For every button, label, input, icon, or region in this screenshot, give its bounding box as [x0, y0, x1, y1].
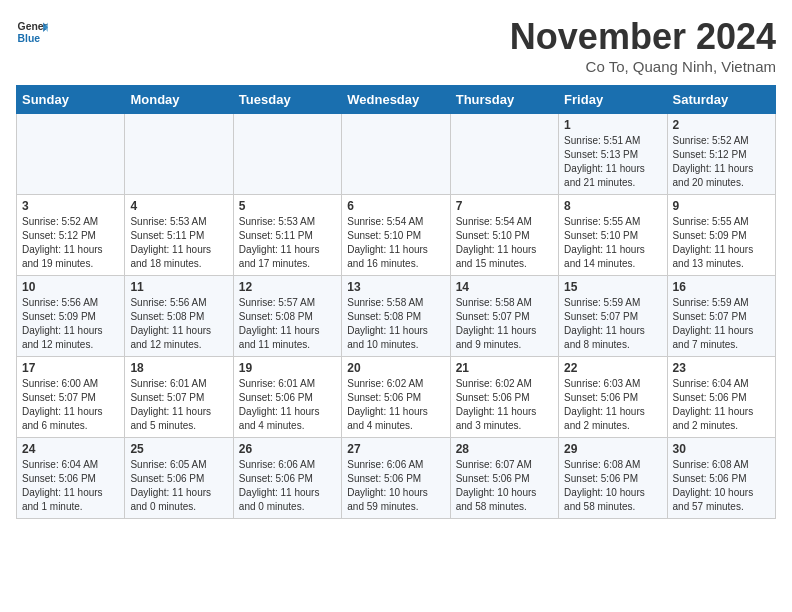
day-info: Sunrise: 5:51 AMSunset: 5:13 PMDaylight:… [564, 134, 661, 190]
calendar-week-row: 3Sunrise: 5:52 AMSunset: 5:12 PMDaylight… [17, 195, 776, 276]
calendar-day-cell: 8Sunrise: 5:55 AMSunset: 5:10 PMDaylight… [559, 195, 667, 276]
day-number: 28 [456, 442, 553, 456]
calendar-week-row: 17Sunrise: 6:00 AMSunset: 5:07 PMDayligh… [17, 357, 776, 438]
day-info: Sunrise: 6:06 AMSunset: 5:06 PMDaylight:… [239, 458, 336, 514]
day-info: Sunrise: 6:02 AMSunset: 5:06 PMDaylight:… [347, 377, 444, 433]
calendar-day-cell: 26Sunrise: 6:06 AMSunset: 5:06 PMDayligh… [233, 438, 341, 519]
title-block: November 2024 Co To, Quang Ninh, Vietnam [510, 16, 776, 75]
calendar-day-cell: 13Sunrise: 5:58 AMSunset: 5:08 PMDayligh… [342, 276, 450, 357]
day-info: Sunrise: 5:55 AMSunset: 5:09 PMDaylight:… [673, 215, 770, 271]
header-day-monday: Monday [125, 86, 233, 114]
calendar-day-cell: 4Sunrise: 5:53 AMSunset: 5:11 PMDaylight… [125, 195, 233, 276]
calendar-day-cell: 23Sunrise: 6:04 AMSunset: 5:06 PMDayligh… [667, 357, 775, 438]
calendar-day-cell: 14Sunrise: 5:58 AMSunset: 5:07 PMDayligh… [450, 276, 558, 357]
calendar-table: SundayMondayTuesdayWednesdayThursdayFrid… [16, 85, 776, 519]
day-info: Sunrise: 5:58 AMSunset: 5:07 PMDaylight:… [456, 296, 553, 352]
day-number: 8 [564, 199, 661, 213]
empty-cell [125, 114, 233, 195]
day-info: Sunrise: 6:04 AMSunset: 5:06 PMDaylight:… [673, 377, 770, 433]
day-number: 2 [673, 118, 770, 132]
day-info: Sunrise: 6:03 AMSunset: 5:06 PMDaylight:… [564, 377, 661, 433]
calendar-day-cell: 17Sunrise: 6:00 AMSunset: 5:07 PMDayligh… [17, 357, 125, 438]
header-day-thursday: Thursday [450, 86, 558, 114]
day-number: 11 [130, 280, 227, 294]
calendar-day-cell: 10Sunrise: 5:56 AMSunset: 5:09 PMDayligh… [17, 276, 125, 357]
day-number: 30 [673, 442, 770, 456]
day-number: 23 [673, 361, 770, 375]
calendar-day-cell: 28Sunrise: 6:07 AMSunset: 5:06 PMDayligh… [450, 438, 558, 519]
day-info: Sunrise: 5:52 AMSunset: 5:12 PMDaylight:… [673, 134, 770, 190]
calendar-week-row: 1Sunrise: 5:51 AMSunset: 5:13 PMDaylight… [17, 114, 776, 195]
calendar-week-row: 24Sunrise: 6:04 AMSunset: 5:06 PMDayligh… [17, 438, 776, 519]
calendar-day-cell: 1Sunrise: 5:51 AMSunset: 5:13 PMDaylight… [559, 114, 667, 195]
calendar-day-cell: 9Sunrise: 5:55 AMSunset: 5:09 PMDaylight… [667, 195, 775, 276]
day-number: 25 [130, 442, 227, 456]
day-number: 21 [456, 361, 553, 375]
day-number: 14 [456, 280, 553, 294]
header-day-sunday: Sunday [17, 86, 125, 114]
header-day-saturday: Saturday [667, 86, 775, 114]
calendar-day-cell: 15Sunrise: 5:59 AMSunset: 5:07 PMDayligh… [559, 276, 667, 357]
day-info: Sunrise: 5:54 AMSunset: 5:10 PMDaylight:… [456, 215, 553, 271]
header-day-wednesday: Wednesday [342, 86, 450, 114]
header-day-friday: Friday [559, 86, 667, 114]
day-info: Sunrise: 6:02 AMSunset: 5:06 PMDaylight:… [456, 377, 553, 433]
calendar-day-cell: 27Sunrise: 6:06 AMSunset: 5:06 PMDayligh… [342, 438, 450, 519]
day-info: Sunrise: 6:05 AMSunset: 5:06 PMDaylight:… [130, 458, 227, 514]
day-number: 24 [22, 442, 119, 456]
day-number: 18 [130, 361, 227, 375]
day-number: 15 [564, 280, 661, 294]
calendar-day-cell: 20Sunrise: 6:02 AMSunset: 5:06 PMDayligh… [342, 357, 450, 438]
day-info: Sunrise: 5:53 AMSunset: 5:11 PMDaylight:… [239, 215, 336, 271]
day-info: Sunrise: 5:52 AMSunset: 5:12 PMDaylight:… [22, 215, 119, 271]
calendar-day-cell: 7Sunrise: 5:54 AMSunset: 5:10 PMDaylight… [450, 195, 558, 276]
day-number: 26 [239, 442, 336, 456]
day-info: Sunrise: 5:57 AMSunset: 5:08 PMDaylight:… [239, 296, 336, 352]
logo: General Blue [16, 16, 48, 48]
day-info: Sunrise: 5:56 AMSunset: 5:09 PMDaylight:… [22, 296, 119, 352]
logo-icon: General Blue [16, 16, 48, 48]
day-number: 9 [673, 199, 770, 213]
calendar-day-cell: 5Sunrise: 5:53 AMSunset: 5:11 PMDaylight… [233, 195, 341, 276]
day-info: Sunrise: 6:01 AMSunset: 5:07 PMDaylight:… [130, 377, 227, 433]
day-number: 12 [239, 280, 336, 294]
day-number: 20 [347, 361, 444, 375]
calendar-day-cell: 25Sunrise: 6:05 AMSunset: 5:06 PMDayligh… [125, 438, 233, 519]
day-number: 3 [22, 199, 119, 213]
empty-cell [450, 114, 558, 195]
day-number: 13 [347, 280, 444, 294]
day-info: Sunrise: 5:58 AMSunset: 5:08 PMDaylight:… [347, 296, 444, 352]
day-number: 7 [456, 199, 553, 213]
day-info: Sunrise: 5:59 AMSunset: 5:07 PMDaylight:… [564, 296, 661, 352]
calendar-day-cell: 30Sunrise: 6:08 AMSunset: 5:06 PMDayligh… [667, 438, 775, 519]
calendar-day-cell: 21Sunrise: 6:02 AMSunset: 5:06 PMDayligh… [450, 357, 558, 438]
calendar-header-row: SundayMondayTuesdayWednesdayThursdayFrid… [17, 86, 776, 114]
empty-cell [342, 114, 450, 195]
calendar-day-cell: 12Sunrise: 5:57 AMSunset: 5:08 PMDayligh… [233, 276, 341, 357]
day-info: Sunrise: 6:07 AMSunset: 5:06 PMDaylight:… [456, 458, 553, 514]
calendar-day-cell: 22Sunrise: 6:03 AMSunset: 5:06 PMDayligh… [559, 357, 667, 438]
calendar-day-cell: 3Sunrise: 5:52 AMSunset: 5:12 PMDaylight… [17, 195, 125, 276]
header-day-tuesday: Tuesday [233, 86, 341, 114]
calendar-day-cell: 11Sunrise: 5:56 AMSunset: 5:08 PMDayligh… [125, 276, 233, 357]
calendar-day-cell: 18Sunrise: 6:01 AMSunset: 5:07 PMDayligh… [125, 357, 233, 438]
calendar-day-cell: 24Sunrise: 6:04 AMSunset: 5:06 PMDayligh… [17, 438, 125, 519]
day-info: Sunrise: 6:06 AMSunset: 5:06 PMDaylight:… [347, 458, 444, 514]
day-number: 10 [22, 280, 119, 294]
day-info: Sunrise: 5:59 AMSunset: 5:07 PMDaylight:… [673, 296, 770, 352]
empty-cell [233, 114, 341, 195]
day-number: 19 [239, 361, 336, 375]
day-info: Sunrise: 5:55 AMSunset: 5:10 PMDaylight:… [564, 215, 661, 271]
svg-text:Blue: Blue [18, 33, 41, 44]
day-info: Sunrise: 6:04 AMSunset: 5:06 PMDaylight:… [22, 458, 119, 514]
day-info: Sunrise: 6:08 AMSunset: 5:06 PMDaylight:… [673, 458, 770, 514]
day-number: 4 [130, 199, 227, 213]
day-info: Sunrise: 6:08 AMSunset: 5:06 PMDaylight:… [564, 458, 661, 514]
day-number: 22 [564, 361, 661, 375]
calendar-day-cell: 19Sunrise: 6:01 AMSunset: 5:06 PMDayligh… [233, 357, 341, 438]
day-info: Sunrise: 5:53 AMSunset: 5:11 PMDaylight:… [130, 215, 227, 271]
day-number: 5 [239, 199, 336, 213]
calendar-day-cell: 6Sunrise: 5:54 AMSunset: 5:10 PMDaylight… [342, 195, 450, 276]
day-number: 16 [673, 280, 770, 294]
calendar-day-cell: 29Sunrise: 6:08 AMSunset: 5:06 PMDayligh… [559, 438, 667, 519]
